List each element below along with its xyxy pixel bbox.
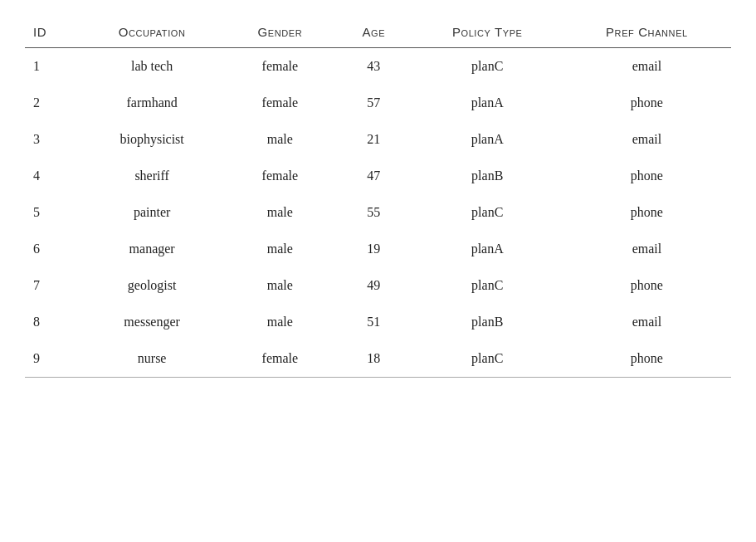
cell-id: 2 <box>25 85 80 121</box>
cell-gender: female <box>225 85 335 121</box>
cell-occupation: sheriff <box>80 158 225 194</box>
cell-policy_type: planC <box>412 267 563 304</box>
cell-age: 19 <box>335 231 412 267</box>
table-row: 9nursefemale18planCphone <box>25 340 731 378</box>
cell-occupation: geologist <box>80 267 225 304</box>
col-header-occupation: Occupation <box>80 17 225 48</box>
cell-policy_type: planB <box>412 304 563 340</box>
cell-gender: male <box>225 304 335 340</box>
cell-id: 5 <box>25 194 80 231</box>
cell-id: 1 <box>25 48 80 85</box>
cell-id: 9 <box>25 340 80 378</box>
cell-occupation: nurse <box>80 340 225 378</box>
table-row: 7geologistmale49planCphone <box>25 267 731 304</box>
cell-policy_type: planA <box>412 121 563 158</box>
cell-gender: female <box>225 158 335 194</box>
cell-policy_type: planC <box>412 48 563 85</box>
cell-gender: male <box>225 267 335 304</box>
cell-age: 55 <box>335 194 412 231</box>
cell-id: 6 <box>25 231 80 267</box>
cell-policy_type: planA <box>412 231 563 267</box>
table-row: 8messengermale51planBemail <box>25 304 731 340</box>
cell-gender: male <box>225 194 335 231</box>
col-header-gender: Gender <box>225 17 335 48</box>
cell-age: 18 <box>335 340 412 378</box>
cell-pref_channel: email <box>563 231 731 267</box>
cell-policy_type: planC <box>412 194 563 231</box>
cell-age: 21 <box>335 121 412 158</box>
cell-age: 51 <box>335 304 412 340</box>
cell-pref_channel: email <box>563 121 731 158</box>
table-body: 1lab techfemale43planCemail2farmhandfema… <box>25 48 731 378</box>
cell-pref_channel: email <box>563 48 731 85</box>
cell-occupation: biophysicist <box>80 121 225 158</box>
cell-pref_channel: phone <box>563 267 731 304</box>
cell-id: 4 <box>25 158 80 194</box>
table-header: ID Occupation Gender Age Policy Type Pre… <box>25 17 731 48</box>
table-row: 4sherifffemale47planBphone <box>25 158 731 194</box>
col-header-id: ID <box>25 17 80 48</box>
cell-age: 57 <box>335 85 412 121</box>
cell-pref_channel: phone <box>563 340 731 378</box>
table-row: 6managermale19planAemail <box>25 231 731 267</box>
cell-age: 47 <box>335 158 412 194</box>
col-header-pref-channel: Pref Channel <box>563 17 731 48</box>
table-row: 1lab techfemale43planCemail <box>25 48 731 85</box>
cell-gender: female <box>225 340 335 378</box>
col-header-policy-type: Policy Type <box>412 17 563 48</box>
cell-id: 8 <box>25 304 80 340</box>
cell-occupation: farmhand <box>80 85 225 121</box>
cell-policy_type: planC <box>412 340 563 378</box>
table-row: 3biophysicistmale21planAemail <box>25 121 731 158</box>
header-row: ID Occupation Gender Age Policy Type Pre… <box>25 17 731 48</box>
cell-pref_channel: phone <box>563 194 731 231</box>
cell-occupation: manager <box>80 231 225 267</box>
cell-policy_type: planB <box>412 158 563 194</box>
cell-pref_channel: phone <box>563 85 731 121</box>
cell-occupation: messenger <box>80 304 225 340</box>
data-table: ID Occupation Gender Age Policy Type Pre… <box>25 17 731 378</box>
cell-occupation: painter <box>80 194 225 231</box>
cell-gender: female <box>225 48 335 85</box>
cell-age: 49 <box>335 267 412 304</box>
cell-gender: male <box>225 121 335 158</box>
cell-pref_channel: email <box>563 304 731 340</box>
cell-id: 7 <box>25 267 80 304</box>
cell-pref_channel: phone <box>563 158 731 194</box>
cell-id: 3 <box>25 121 80 158</box>
cell-age: 43 <box>335 48 412 85</box>
col-header-age: Age <box>335 17 412 48</box>
table-row: 2farmhandfemale57planAphone <box>25 85 731 121</box>
cell-gender: male <box>225 231 335 267</box>
table-row: 5paintermale55planCphone <box>25 194 731 231</box>
cell-policy_type: planA <box>412 85 563 121</box>
main-table-container: ID Occupation Gender Age Policy Type Pre… <box>25 17 731 378</box>
cell-occupation: lab tech <box>80 48 225 85</box>
